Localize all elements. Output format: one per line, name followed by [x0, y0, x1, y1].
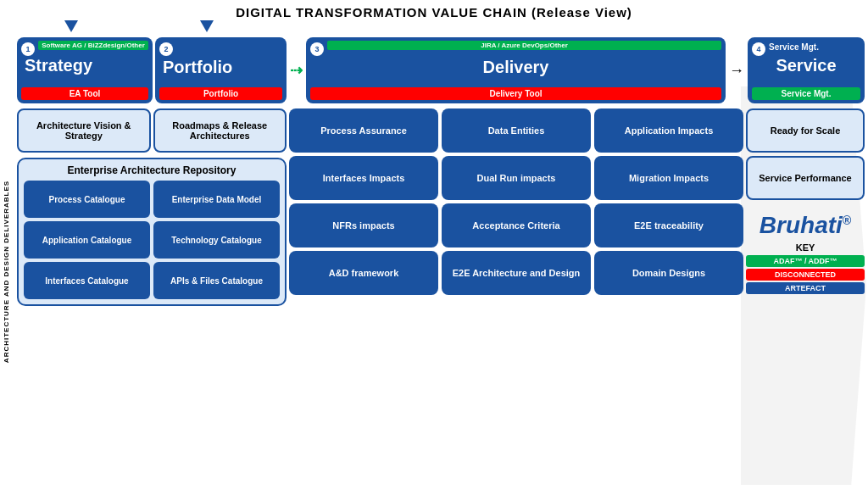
delivery-item-7: Acceptance Criteria [442, 203, 591, 248]
delivery-item-1: Data Entities [442, 108, 591, 153]
phase-portfolio: 2 Portfolio Portfolio [155, 37, 287, 103]
delivery-grid: Process Assurance Data Entities Applicat… [289, 108, 743, 295]
key-title: KEY [746, 242, 865, 253]
main-layout: 1 Software AG / BiZZdesign/Other Strateg… [14, 19, 868, 495]
phase-arrow-23: ⇢ [289, 37, 303, 103]
strategy-deliverables: Architecture Vision & Strategy Roadmaps … [17, 108, 287, 153]
phase-4-title: Service [752, 56, 860, 75]
phase-1-tool: EA Tool [21, 87, 148, 100]
delivery-item-6: NFRs impacts [289, 203, 438, 248]
phase-4-number: 4 [752, 42, 765, 56]
left-col: Architecture Vision & Strategy Roadmaps … [17, 108, 287, 306]
main-container: DIGITAL TRANSFORMATION VALUE CHAIN (Rele… [0, 0, 868, 495]
roadmaps-box: Roadmaps & Release Architectures [153, 108, 287, 153]
bruhati-logo: Bruhati® [746, 212, 865, 239]
bruhati-section: Bruhati® KEY ADAF™ / ADDF™ DISCONNECTED … [746, 212, 865, 296]
phase-2-number: 2 [159, 42, 173, 56]
delivery-item-10: E2E Architecture and Design [442, 251, 591, 295]
delivery-col: Process Assurance Data Entities Applicat… [289, 108, 743, 295]
ea-repo: Enterprise Architecture Repository Proce… [17, 158, 287, 306]
ea-item-2: Application Catalogue [24, 221, 150, 259]
key-item-2: ARTEFACT [746, 282, 865, 294]
ea-item-1: Enterprise Data Model [153, 181, 280, 218]
phase-service: 4 Service Mgt. Service Service Mgt. [748, 37, 865, 103]
phase-1-number: 1 [21, 42, 35, 56]
delivery-item-11: Domain Designs [594, 251, 743, 295]
arrow-down-2 [200, 20, 214, 32]
ea-item-5: APIs & Files Catalogue [153, 262, 280, 299]
delivery-item-2: Application Impacts [594, 108, 743, 153]
delivery-item-0: Process Assurance [289, 108, 438, 153]
key-item-1: DISCONNECTED [746, 269, 865, 281]
phase-delivery: 3 JIRA / Azure DevOps/Other Delivery Del… [306, 37, 726, 103]
delivery-item-4: Dual Run impacts [442, 156, 591, 200]
service-col: Ready for Scale Service Performance Bruh… [746, 108, 865, 296]
ea-item-0: Process Catalogue [24, 181, 150, 218]
phase-3-tool: Delivery Tool [310, 87, 721, 100]
tool-banner-3: JIRA / Azure DevOps/Other [327, 41, 721, 50]
phase-4-tool: Service Mgt. [752, 87, 860, 100]
ea-repo-title: Enterprise Architecture Repository [24, 164, 280, 176]
phase-2-title: Portfolio [159, 58, 282, 77]
delivery-item-8: E2E traceability [594, 203, 743, 248]
top-arrows-row [17, 20, 865, 36]
phase-3-title: Delivery [310, 58, 721, 77]
phase-4-subtitle: Service Mgt. [769, 42, 819, 52]
phase-strategy: 1 Software AG / BiZZdesign/Other Strateg… [17, 37, 153, 103]
page-title: DIGITAL TRANSFORMATION VALUE CHAIN (Rele… [0, 0, 868, 19]
tool-banner-12: Software AG / BiZZdesign/Other [38, 41, 148, 50]
delivery-item-9: A&D framework [289, 251, 438, 295]
phase-2-tool: Portfolio [159, 87, 282, 100]
service-item-1: Service Performance [746, 156, 865, 200]
vertical-label: ARCHITECTURE AND DESIGN DELIVERABLES [0, 76, 14, 466]
phase-1-title: Strategy [21, 56, 148, 75]
deliverables-area: Architecture Vision & Strategy Roadmaps … [17, 108, 865, 306]
ea-item-4: Interfaces Catalogue [24, 262, 150, 299]
key-item-0: ADAF™ / ADDF™ [746, 255, 865, 267]
delivery-item-5: Migration Impacts [594, 156, 743, 200]
phase-3-number: 3 [310, 42, 324, 56]
service-item-0: Ready for Scale [746, 108, 865, 153]
ea-repo-grid: Process Catalogue Enterprise Data Model … [24, 181, 280, 299]
arch-vision-box: Architecture Vision & Strategy [17, 108, 151, 153]
arrow-down-1 [64, 20, 78, 32]
delivery-item-3: Interfaces Impacts [289, 156, 438, 200]
phases-row: 1 Software AG / BiZZdesign/Other Strateg… [17, 37, 865, 103]
phase-arrow-34: → [728, 37, 745, 103]
ea-item-3: Technology Catalogue [153, 221, 280, 259]
